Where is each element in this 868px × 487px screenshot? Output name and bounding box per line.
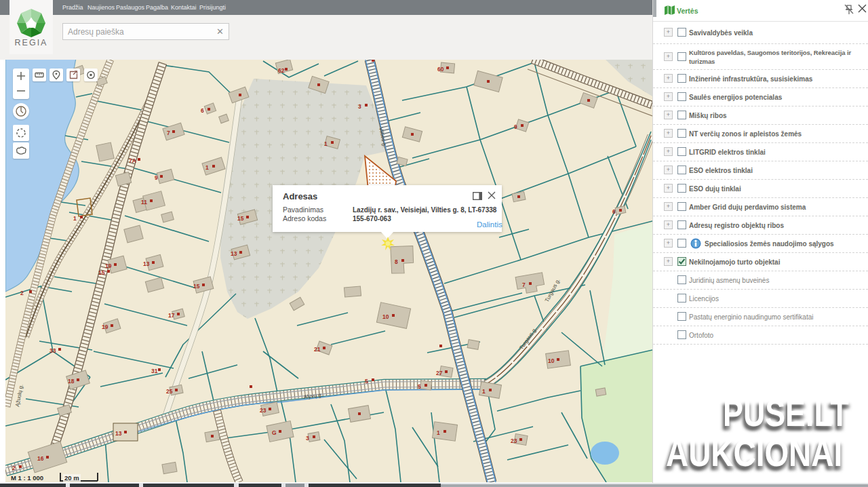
svg-text:31: 31 (151, 368, 158, 374)
svg-text:25: 25 (166, 388, 173, 395)
svg-text:33: 33 (50, 347, 56, 354)
svg-text:2: 2 (20, 290, 24, 296)
svg-text:10: 10 (382, 313, 389, 320)
svg-text:3: 3 (358, 103, 361, 110)
svg-text:21: 21 (314, 346, 321, 353)
svg-text:13: 13 (231, 250, 237, 257)
svg-text:23: 23 (511, 437, 517, 444)
svg-text:1: 1 (324, 140, 328, 147)
svg-text:7A: 7A (129, 157, 136, 164)
svg-text:7: 7 (522, 281, 526, 288)
svg-text:1: 1 (205, 164, 209, 171)
svg-text:5: 5 (365, 378, 368, 385)
svg-text:60: 60 (437, 66, 444, 73)
svg-text:9: 9 (514, 123, 517, 130)
svg-text:1: 1 (73, 215, 77, 222)
svg-text:G: G (272, 429, 277, 436)
svg-text:10: 10 (548, 357, 555, 364)
svg-text:2: 2 (12, 465, 16, 471)
svg-text:5: 5 (418, 383, 421, 390)
svg-text:9: 9 (155, 174, 158, 181)
svg-text:23: 23 (260, 407, 267, 414)
svg-text:3: 3 (306, 435, 309, 442)
svg-text:11: 11 (141, 199, 147, 206)
svg-text:16: 16 (37, 455, 44, 462)
svg-text:13: 13 (143, 260, 150, 267)
svg-text:6: 6 (201, 107, 204, 114)
svg-text:19: 19 (105, 262, 112, 269)
svg-text:1: 1 (482, 388, 486, 395)
svg-text:13: 13 (115, 430, 122, 437)
svg-text:27: 27 (436, 370, 443, 376)
svg-text:15: 15 (237, 215, 244, 222)
svg-text:17: 17 (168, 312, 175, 319)
svg-text:7: 7 (167, 130, 170, 136)
svg-text:19: 19 (102, 324, 108, 330)
svg-text:62: 62 (278, 67, 285, 74)
svg-text:8: 8 (395, 258, 398, 265)
svg-text:15: 15 (98, 269, 105, 276)
svg-text:6: 6 (612, 208, 616, 215)
svg-text:18: 18 (68, 378, 75, 385)
svg-text:15: 15 (193, 283, 200, 290)
svg-text:1: 1 (437, 429, 440, 436)
